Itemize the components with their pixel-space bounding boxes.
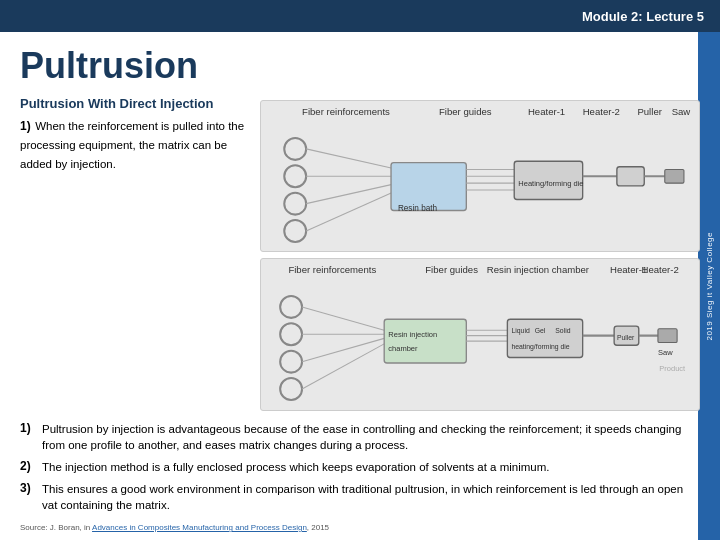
svg-text:Fiber reinforcements: Fiber reinforcements [288, 264, 376, 275]
bullet-num-3: 3) [20, 481, 36, 495]
svg-rect-23 [617, 166, 644, 185]
svg-point-8 [284, 192, 306, 214]
diagram-top-svg: Fiber reinforcements Fiber guides Heater… [261, 101, 699, 252]
section-heading: Pultrusion With Direct Injection [20, 96, 250, 113]
svg-text:Resin injection: Resin injection [388, 330, 437, 339]
source-link[interactable]: Advances in Composites Manufacturing and… [92, 523, 307, 532]
list-num-1: 1) [20, 119, 31, 133]
svg-point-9 [284, 220, 306, 242]
svg-text:Puller: Puller [617, 334, 635, 341]
module-label: Module 2: Lecture 5 [582, 9, 704, 24]
svg-text:Heater-2: Heater-2 [642, 264, 679, 275]
bottom-bullets: 1) Pultrusion by injection is advantageo… [20, 421, 700, 519]
svg-text:Puller: Puller [637, 105, 662, 116]
svg-text:Fiber guides: Fiber guides [439, 105, 492, 116]
svg-text:Heater-2: Heater-2 [583, 105, 620, 116]
svg-point-7 [284, 165, 306, 187]
svg-point-31 [280, 296, 302, 318]
svg-point-6 [284, 138, 306, 160]
svg-line-38 [302, 344, 384, 389]
svg-text:heating/forming die: heating/forming die [511, 343, 569, 351]
bullet-text-3: This ensures a good work environment in … [42, 481, 692, 514]
svg-rect-39 [384, 319, 466, 363]
main-content: Pultrusion Pultrusion With Direct Inject… [0, 32, 720, 540]
svg-point-34 [280, 378, 302, 400]
svg-line-12 [306, 183, 398, 204]
list-item-1: 1) When the reinforcement is pulled into… [20, 116, 250, 172]
svg-rect-25 [665, 169, 684, 183]
svg-point-33 [280, 351, 302, 373]
header-bar: Module 2: Lecture 5 [0, 0, 720, 32]
svg-text:Liquid: Liquid [511, 327, 529, 335]
bullet-text-1: Pultrusion by injection is advantageous … [42, 421, 692, 454]
diagram-top: Fiber reinforcements Fiber guides Heater… [260, 100, 700, 253]
bullet-item-1: 1) Pultrusion by injection is advantageo… [20, 421, 692, 454]
svg-text:Fiber reinforcements: Fiber reinforcements [302, 105, 390, 116]
bullet-item-2: 2) The injection method is a fully enclo… [20, 459, 692, 476]
svg-line-13 [306, 190, 398, 231]
svg-text:Resin injection chamber: Resin injection chamber [487, 264, 590, 275]
svg-text:Resin bath: Resin bath [398, 203, 438, 212]
svg-rect-45 [507, 319, 582, 357]
svg-text:Heater-1: Heater-1 [528, 105, 565, 116]
svg-line-10 [306, 149, 398, 170]
text-column: Pultrusion With Direct Injection 1) When… [20, 96, 250, 411]
source-text: Source: J. Boran, in [20, 523, 92, 532]
bullet-num-2: 2) [20, 459, 36, 473]
diagram-column: Fiber reinforcements Fiber guides Heater… [260, 96, 700, 411]
slide-container: Module 2: Lecture 5 2019 Sieg it Valley … [0, 0, 720, 540]
list-body-1: When the reinforcement is pulled into th… [20, 120, 244, 169]
svg-line-35 [302, 307, 384, 330]
diagram-bottom-svg: Fiber reinforcements Fiber guides Resin … [261, 259, 699, 410]
bullet-item-3: 3) This ensures a good work environment … [20, 481, 692, 514]
svg-text:Saw: Saw [658, 348, 673, 357]
svg-text:Product: Product [659, 364, 686, 373]
svg-text:Solid: Solid [555, 327, 570, 334]
diagram-bottom: Fiber reinforcements Fiber guides Resin … [260, 258, 700, 411]
source-year: , 2015 [307, 523, 329, 532]
content-row: Pultrusion With Direct Injection 1) When… [20, 96, 700, 411]
svg-point-32 [280, 323, 302, 345]
svg-text:Fiber guides: Fiber guides [425, 264, 478, 275]
svg-rect-54 [658, 329, 677, 343]
page-title: Pultrusion [20, 46, 700, 86]
svg-text:Saw: Saw [672, 105, 691, 116]
bullet-num-1: 1) [20, 421, 36, 435]
svg-text:Heating/forming die: Heating/forming die [518, 178, 583, 187]
bullet-text-2: The injection method is a fully enclosed… [42, 459, 550, 476]
source-footnote: Source: J. Boran, in Advances in Composi… [20, 523, 700, 532]
svg-text:Gel: Gel [535, 327, 546, 334]
svg-text:chamber: chamber [388, 344, 418, 353]
